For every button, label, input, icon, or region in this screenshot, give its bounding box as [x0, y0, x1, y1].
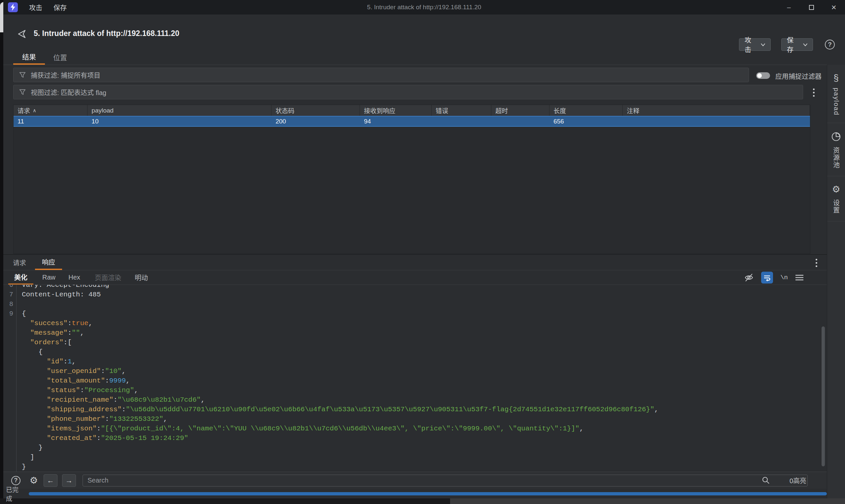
- app-window: 攻击 保存 5. Intruder attack of http://192.1…: [3, 0, 845, 498]
- viewer-more-menu-icon[interactable]: [812, 257, 821, 268]
- mode-raw[interactable]: Raw: [39, 270, 59, 285]
- help-icon[interactable]: ?: [11, 475, 21, 486]
- code-line: "phone_number":"13322553322",: [3, 414, 827, 424]
- row-cell[interactable]: 10: [88, 116, 271, 126]
- capture-filter-bar[interactable]: 捕获过滤: 捕捉所有项目: [13, 68, 749, 82]
- help-icon[interactable]: ?: [825, 40, 835, 50]
- column-header[interactable]: 错误: [432, 105, 491, 116]
- maximize-button[interactable]: [800, 0, 823, 15]
- row-cell[interactable]: [432, 116, 491, 126]
- code-line: 9{: [3, 309, 827, 319]
- tab-request[interactable]: 请求: [8, 255, 31, 270]
- column-header[interactable]: 状态码: [271, 105, 360, 116]
- funnel-icon: [19, 71, 26, 78]
- filter-more-menu-icon[interactable]: [809, 87, 818, 98]
- editor-search-bar: ? ⚙ ← → 0高亮: [3, 472, 827, 489]
- column-header[interactable]: 长度: [549, 105, 623, 116]
- minimize-button[interactable]: –: [778, 0, 800, 15]
- row-cell[interactable]: [623, 116, 810, 126]
- fuzztag-icon: §: [833, 73, 839, 83]
- tab-results[interactable]: 结果: [13, 50, 45, 65]
- header: 5. Intruder attack of http://192.168.111…: [3, 15, 827, 50]
- search-icon[interactable]: [761, 476, 770, 485]
- apply-capture-filter-label: 应用捕捉过滤器: [775, 71, 822, 81]
- mode-hex[interactable]: Hex: [65, 270, 84, 285]
- right-sidebar: § payload 资源池 ⚙ 设置: [827, 65, 845, 498]
- desktop-strip: [0, 498, 450, 504]
- search-input[interactable]: [83, 475, 808, 486]
- highlight-count: 0高亮: [790, 475, 806, 485]
- gear-icon: ⚙: [832, 185, 840, 194]
- code-line: "shipping_address":"\u56db\u5ddd\u7701\u…: [3, 404, 827, 414]
- sidebar-item-resource-pool[interactable]: 资源池: [827, 123, 845, 176]
- code-line: "created_at":"2025-05-15 19:24:29": [3, 433, 827, 443]
- editor-scrollbar[interactable]: [822, 326, 825, 466]
- viewer-tabs: 请求 响应: [3, 255, 827, 270]
- column-header[interactable]: 注释: [623, 105, 810, 116]
- mode-actions[interactable]: 明动: [131, 270, 151, 285]
- editor-content: 6Vary: Accept-Encoding7Content-Length: 4…: [3, 285, 827, 472]
- status-done-label: 已完成: [6, 485, 25, 503]
- row-cell[interactable]: 11: [14, 116, 88, 126]
- code-line: "message":"",: [3, 328, 827, 338]
- capture-filter-text: 捕获过滤: 捕捉所有项目: [31, 70, 100, 80]
- code-line: 7Content-Length: 485: [3, 290, 827, 299]
- menu-save[interactable]: 保存: [53, 3, 67, 12]
- tab-positions[interactable]: 位置: [50, 50, 70, 65]
- code-line: "id":1,: [3, 357, 827, 366]
- column-header[interactable]: 请求∧: [14, 105, 88, 116]
- taskbar-strip: [450, 498, 845, 504]
- row-cell[interactable]: 200: [271, 116, 360, 126]
- save-dropdown-button[interactable]: 保存: [781, 38, 813, 51]
- status-row: 已完成: [3, 489, 827, 498]
- mode-render: 页面渲染: [90, 270, 126, 285]
- view-filter-bar[interactable]: 视图过滤: 匹配表达式 flag: [13, 85, 803, 100]
- attack-dropdown-button[interactable]: 攻击: [739, 38, 771, 51]
- results-table: 请求∧payload状态码接收到响应错误超时长度注释 111020094656: [13, 105, 810, 254]
- hamburger-menu-icon[interactable]: [795, 274, 804, 281]
- menu-attack[interactable]: 攻击: [29, 3, 42, 12]
- screen: 攻击 保存 5. Intruder attack of http://192.1…: [0, 0, 845, 504]
- sidebar-label: payload: [832, 88, 840, 115]
- column-header[interactable]: 接收到响应: [360, 105, 432, 116]
- row-cell[interactable]: [491, 116, 549, 126]
- close-button[interactable]: ×: [823, 0, 845, 15]
- back-arrow-icon[interactable]: [15, 29, 27, 40]
- code-line: 8: [3, 299, 827, 309]
- code-line: "orders":[: [3, 338, 827, 347]
- results-table-row[interactable]: 111020094656: [14, 116, 810, 127]
- wrap-lines-icon: [763, 274, 771, 281]
- titlebar: 攻击 保存 5. Intruder attack of http://192.1…: [3, 0, 845, 15]
- view-filter-text: 视图过滤: 匹配表达式 flag: [31, 88, 106, 97]
- code-line: 6Vary: Accept-Encoding: [3, 285, 827, 290]
- sidebar-item-payload[interactable]: § payload: [827, 65, 845, 123]
- window-title: 5. Intruder attack of http://192.168.111…: [367, 4, 481, 11]
- app-logo-lightning-icon: [8, 2, 18, 12]
- maximize-icon: [809, 5, 814, 10]
- row-cell[interactable]: 656: [549, 116, 623, 126]
- next-match-button[interactable]: →: [62, 474, 76, 487]
- row-cell[interactable]: 94: [360, 116, 432, 126]
- code-line: "recipient_name":"\u68c9\u82b1\u7cd6",: [3, 395, 827, 404]
- prev-match-button[interactable]: ←: [43, 474, 57, 487]
- eye-off-icon[interactable]: [744, 273, 754, 283]
- viewer-mode-bar: 美化 Raw Hex 页面渲染 明动 \n: [3, 270, 827, 285]
- word-wrap-toggle[interactable]: [761, 272, 773, 284]
- sidebar-label: 设置: [831, 199, 841, 214]
- funnel-icon: [19, 88, 26, 96]
- chevron-down-icon: [803, 43, 807, 46]
- tab-response[interactable]: 响应: [35, 255, 62, 270]
- response-editor[interactable]: 6Vary: Accept-Encoding7Content-Length: 4…: [3, 285, 827, 472]
- sort-asc-icon: ∧: [33, 108, 36, 113]
- mode-beautify[interactable]: 美化: [8, 270, 33, 285]
- sidebar-item-settings[interactable]: ⚙ 设置: [827, 176, 845, 221]
- apply-capture-filter-toggle[interactable]: [756, 72, 770, 79]
- attack-progress-bar: [29, 492, 827, 496]
- code-line: "status":"Processing",: [3, 385, 827, 395]
- gear-icon[interactable]: ⚙: [29, 475, 39, 486]
- newline-icon[interactable]: \n: [780, 274, 788, 281]
- code-line: }: [3, 443, 827, 452]
- code-line: "total_amount":9999,: [3, 376, 827, 385]
- column-header[interactable]: payload: [88, 105, 271, 116]
- column-header[interactable]: 超时: [491, 105, 549, 116]
